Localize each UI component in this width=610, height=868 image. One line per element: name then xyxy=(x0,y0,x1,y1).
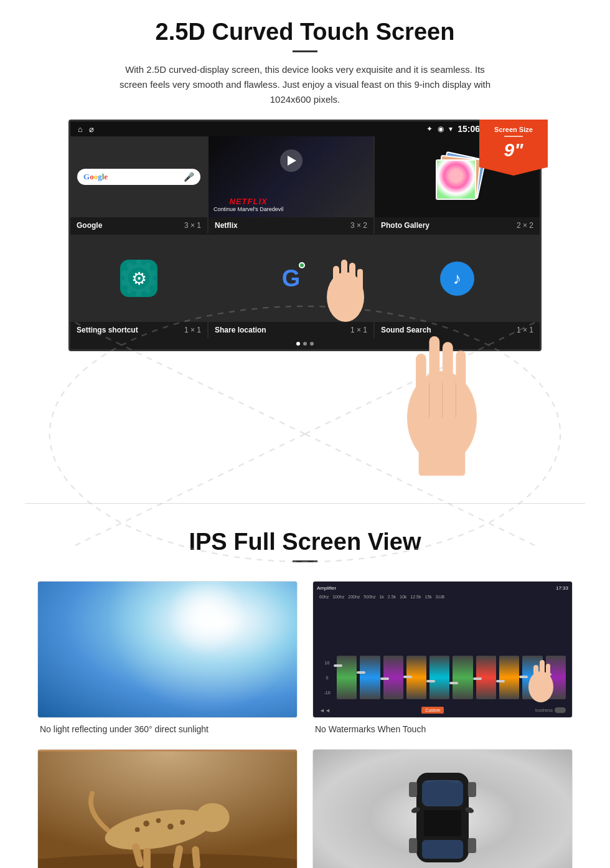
maps-g-letter: G xyxy=(282,265,301,291)
svg-rect-9 xyxy=(456,351,466,400)
feature-car: Large Viewing Angle xyxy=(312,749,573,868)
badge-divider xyxy=(504,136,523,137)
svg-rect-2 xyxy=(341,260,347,297)
car-visual xyxy=(313,750,572,868)
svg-rect-3 xyxy=(349,263,355,297)
car-image xyxy=(312,749,573,868)
svg-rect-16 xyxy=(540,660,545,690)
svg-rect-10 xyxy=(419,446,466,476)
amp-hand-overlay xyxy=(522,653,560,705)
hand-pointing-container xyxy=(68,301,542,478)
svg-rect-17 xyxy=(546,664,550,690)
badge-title: Screen Size xyxy=(490,126,537,133)
badge-size: 9" xyxy=(504,139,523,160)
section-ips-screen: IPS Full Screen View No light reflecting… xyxy=(0,516,610,868)
screen-size-badge: Screen Size 9" xyxy=(479,120,548,176)
svg-rect-7 xyxy=(429,336,439,400)
svg-rect-1 xyxy=(333,266,339,297)
svg-rect-6 xyxy=(416,354,426,406)
svg-rect-15 xyxy=(533,665,538,690)
viewing-angle-svg xyxy=(312,749,573,868)
maps-check-dot xyxy=(299,262,305,268)
features-grid: No light reflecting under 360° direct su… xyxy=(37,581,573,868)
svg-rect-4 xyxy=(357,269,363,297)
hand-pointing-svg xyxy=(380,301,504,476)
svg-rect-8 xyxy=(443,342,453,400)
